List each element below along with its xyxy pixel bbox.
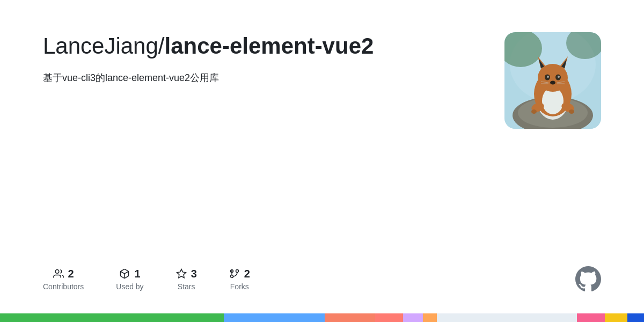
used-by-label: Used by	[116, 282, 143, 291]
repo-owner: LanceJiang/	[43, 33, 165, 58]
star-icon	[176, 268, 187, 279]
stat-contributors-top: 2	[53, 268, 74, 280]
package-icon	[119, 268, 130, 279]
main-content: LanceJiang/lance-element-vue2 基于vue-cli3…	[0, 0, 644, 313]
bar-green	[0, 313, 224, 322]
bar-white	[437, 313, 577, 322]
svg-rect-27	[504, 32, 601, 129]
contributors-label: Contributors	[43, 282, 84, 291]
stats-section: 2 Contributors 1 Used by	[43, 245, 601, 292]
svg-marker-30	[177, 269, 186, 278]
contributors-icon	[53, 268, 64, 279]
stars-label: Stars	[178, 282, 195, 291]
bottom-bar	[0, 313, 644, 322]
bar-blue	[224, 313, 325, 322]
repo-description: 基于vue-cli3的lance-element-vue2公用库	[43, 71, 504, 84]
svg-point-28	[55, 270, 59, 274]
contributors-count: 2	[68, 268, 74, 280]
stat-used-by[interactable]: 1 Used by	[116, 268, 143, 291]
avatar-svg	[504, 32, 601, 129]
repo-title: LanceJiang/lance-element-vue2	[43, 32, 504, 61]
fork-icon	[229, 268, 240, 279]
forks-label: Forks	[230, 282, 249, 291]
bar-yellow-orange	[423, 313, 437, 322]
top-section: LanceJiang/lance-element-vue2 基于vue-cli3…	[43, 32, 601, 129]
stat-forks-top: 2	[229, 268, 250, 280]
stat-contributors[interactable]: 2 Contributors	[43, 268, 84, 291]
stat-used-by-top: 1	[119, 268, 140, 280]
used-by-count: 1	[134, 268, 140, 280]
stat-stars-top: 3	[176, 268, 197, 280]
bar-purple	[403, 313, 423, 322]
github-icon[interactable]	[575, 266, 601, 292]
title-area: LanceJiang/lance-element-vue2 基于vue-cli3…	[43, 32, 504, 84]
svg-point-32	[236, 270, 238, 273]
bar-yellow	[605, 313, 627, 322]
bar-pink	[577, 313, 605, 322]
bar-dark-blue	[627, 313, 644, 322]
stars-count: 3	[191, 268, 197, 280]
bar-orange	[325, 313, 375, 322]
stat-stars[interactable]: 3 Stars	[176, 268, 197, 291]
bar-red	[375, 313, 403, 322]
repo-name: lance-element-vue2	[165, 33, 374, 58]
stat-forks[interactable]: 2 Forks	[229, 268, 250, 291]
repo-avatar	[504, 32, 601, 129]
svg-point-33	[230, 275, 233, 278]
forks-count: 2	[244, 268, 250, 280]
